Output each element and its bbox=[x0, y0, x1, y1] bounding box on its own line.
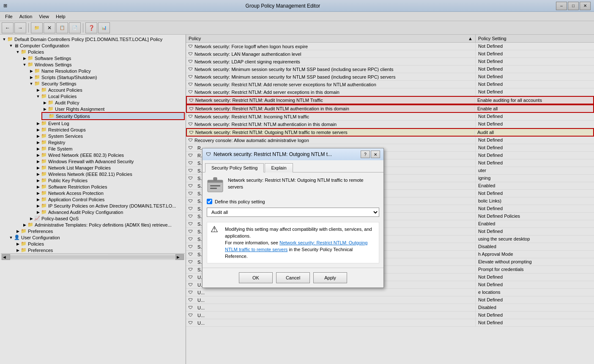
dialog-buttons: OK Cancel Apply bbox=[203, 268, 383, 287]
dialog-content: Network security: Restrict NTLM: Outgoin… bbox=[203, 172, 383, 268]
policy-big-icon bbox=[207, 177, 224, 194]
modal-help-button[interactable]: ? bbox=[361, 151, 370, 158]
tab-explain[interactable]: Explain bbox=[265, 163, 293, 172]
modal-close-button[interactable]: ✕ bbox=[371, 151, 380, 158]
warning-box: ⚠ Modifying this setting may affect comp… bbox=[207, 222, 379, 263]
policy-icon-svg bbox=[207, 177, 224, 194]
policy-value-select[interactable]: Audit all Deny all Allow all bbox=[207, 208, 379, 217]
policy-desc-text: Network security: Restrict NTLM: Outgoin… bbox=[228, 177, 379, 190]
modal-dialog: 🛡 Network security: Restrict NTLM: Outgo… bbox=[202, 148, 384, 288]
policy-desc-row: Network security: Restrict NTLM: Outgoin… bbox=[207, 177, 379, 194]
svg-rect-3 bbox=[210, 188, 217, 189]
define-policy-label[interactable]: Define this policy setting bbox=[215, 199, 265, 204]
svg-rect-4 bbox=[214, 178, 217, 180]
warning-text: Modifying this setting may affect compat… bbox=[225, 226, 375, 260]
warning-icon: ⚠ bbox=[211, 226, 221, 260]
svg-rect-1 bbox=[208, 180, 223, 183]
cancel-button[interactable]: Cancel bbox=[276, 272, 310, 283]
checkbox-row: Define this policy setting bbox=[207, 199, 379, 204]
svg-rect-2 bbox=[210, 185, 220, 186]
tab-security-policy[interactable]: Security Policy Setting bbox=[205, 163, 264, 172]
modal-title: Network security: Restrict NTLM: Outgoin… bbox=[214, 151, 361, 157]
modal-icon: 🛡 bbox=[206, 151, 211, 157]
apply-button[interactable]: Apply bbox=[313, 272, 347, 283]
ok-button[interactable]: OK bbox=[239, 272, 273, 283]
modal-overlay: 🛡 Network security: Restrict NTLM: Outgo… bbox=[0, 0, 594, 364]
define-policy-checkbox[interactable] bbox=[207, 199, 212, 204]
modal-window-controls: ? ✕ bbox=[361, 151, 380, 158]
select-row: Audit all Deny all Allow all bbox=[207, 208, 379, 217]
modal-title-bar: 🛡 Network security: Restrict NTLM: Outgo… bbox=[203, 148, 383, 160]
tab-bar: Security Policy Setting Explain bbox=[203, 160, 383, 172]
